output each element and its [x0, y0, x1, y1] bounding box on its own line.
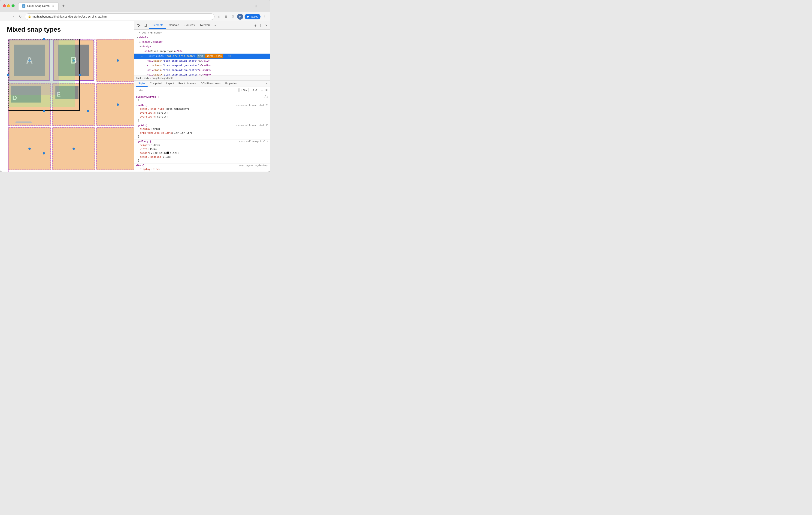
snap-item-d: D [8, 83, 51, 126]
gallery-selector: .gallery { [136, 140, 151, 143]
div-ua-close: } [136, 171, 268, 172]
snap-item-h [52, 127, 95, 170]
tab-console[interactable]: Console [166, 22, 182, 29]
overflow-y-value: scroll; [157, 115, 168, 119]
border-value: 1px solid [153, 151, 167, 155]
dom-line-doctype[interactable]: <!DOCTYPE html> [134, 30, 270, 35]
dom-line-item-c[interactable]: <div class= "item snap-align-center" > C… [134, 68, 270, 73]
dom-line-item-b[interactable]: <div class= "item snap-align-center" > B… [134, 63, 270, 68]
border-color-swatch[interactable] [167, 151, 169, 154]
maximize-window-button[interactable] [11, 4, 14, 7]
extensions-button[interactable]: ⊞ [223, 14, 229, 20]
title-bar: S Scroll Snap Demo × + ⊞ ⋮ [0, 0, 270, 12]
paused-button[interactable]: Paused [244, 14, 261, 20]
snap-item-g [8, 127, 51, 170]
browser-tab[interactable]: S Scroll Snap Demo × [18, 2, 59, 10]
styles-panel-tabs: Styles Computed Layout Event Listeners D… [134, 81, 270, 87]
dom-line-div-gallery[interactable]: ... < div class= "gallery grid both" > g… [134, 54, 270, 59]
extensions-icon[interactable]: ⊞ [253, 3, 259, 9]
display-block-value: block; [153, 167, 162, 171]
more-button[interactable]: ⋮ [262, 14, 267, 20]
dom-line-item-d[interactable]: <div class= "item snap-align-center" > D… [134, 73, 270, 76]
address-bar[interactable]: 🔒 mathiasbynens.github.io/css-dbg-storie… [25, 13, 214, 20]
page-title: Mixed snap types [7, 26, 127, 33]
snap-dot-g [28, 148, 31, 150]
devtools-more-options[interactable]: ⋮ [258, 23, 263, 28]
styles-tab-event-listeners[interactable]: Event Listeners [176, 81, 198, 87]
head-tag: <head> [142, 40, 151, 44]
dom-line-head[interactable]: <head> … </head> [134, 40, 270, 44]
expand-body-icon[interactable] [139, 45, 142, 49]
tab-elements[interactable]: Elements [149, 22, 166, 29]
snap-demo: A B D [7, 38, 134, 172]
breadcrumb-div[interactable]: div.gallery.grid.both [152, 77, 173, 80]
css-prop-border: border : ▶ 1px solid black; [136, 151, 268, 155]
lock-icon: 🔒 [28, 15, 31, 18]
devtools-toolbar: Elements Console Sources Network » ⚙ ⋮ × [134, 21, 270, 30]
styles-tab-layout[interactable]: Layout [164, 81, 176, 87]
new-tab-button[interactable]: + [60, 3, 66, 9]
css-prop-scroll-padding: scroll-padding : ▶ 10px; [136, 155, 268, 159]
snap-item-f [96, 83, 134, 126]
filter-layers-button[interactable]: ⊞ [265, 88, 268, 92]
both-source[interactable]: css-scroll-snap.html:29 [236, 104, 268, 107]
tab-network[interactable]: Network [198, 22, 213, 29]
tab-favicon: S [22, 4, 25, 8]
tab-sources[interactable]: Sources [182, 22, 198, 29]
styles-more-button[interactable]: » [265, 81, 268, 86]
refresh-button[interactable]: ↻ [18, 14, 23, 20]
grid-template-columns-value: 1fr 1fr 1fr; [174, 131, 192, 135]
dom-line-html[interactable]: <html> [134, 35, 270, 40]
gallery-close: } [136, 159, 268, 162]
expand-html-icon[interactable] [136, 35, 139, 39]
element-picker-button[interactable] [136, 23, 142, 28]
expand-div-icon[interactable] [146, 54, 148, 58]
dom-line-h3[interactable]: <h3> Mixed snap types </h3> [134, 49, 270, 54]
snap-dot-b [72, 59, 75, 62]
styles-tab-styles[interactable]: Styles [136, 81, 148, 87]
content-area: Mixed snap types A [0, 21, 270, 172]
styles-tab-properties[interactable]: Properties [223, 81, 239, 87]
devtools-settings-button[interactable]: ⚙ [254, 23, 257, 28]
doctype-text: <!DOCTYPE html> [139, 31, 162, 35]
filter-bar: :hov .cls + ⊞ [134, 87, 270, 93]
dom-line-item-a[interactable]: <div class= "item snap-align-start" > A … [134, 59, 270, 63]
tab-close-button[interactable]: × [52, 4, 55, 8]
filter-input[interactable] [136, 88, 238, 92]
styles-tab-dom-breakpoints[interactable]: DOM Breakpoints [198, 81, 223, 87]
css-prop-display-block: display : block; [136, 167, 268, 171]
styles-tab-computed[interactable]: Computed [148, 81, 164, 87]
gallery-source[interactable]: css-scroll-snap.html:4 [238, 140, 268, 143]
css-rule-grid: .grid { css-scroll-snap.html:15 display … [134, 123, 270, 140]
forward-button[interactable]: → [10, 14, 16, 20]
body-tag: <body> [142, 45, 151, 49]
css-prop-width: width : 150px; [136, 147, 268, 151]
close-window-button[interactable] [3, 4, 6, 7]
devtools-more-tabs[interactable]: » [213, 23, 217, 28]
filter-hov-button[interactable]: :hov [239, 88, 249, 92]
devtools-close-button[interactable]: × [264, 22, 268, 28]
back-button[interactable]: ← [3, 14, 8, 20]
filter-cls-button[interactable]: .cls [250, 88, 259, 92]
scroll-snap-badge: scroll-snap [205, 54, 223, 58]
breadcrumb-html[interactable]: html [136, 77, 141, 80]
profile-avatar[interactable]: M [237, 13, 243, 20]
browser-window: S Scroll Snap Demo × + ⊞ ⋮ ← → ↻ 🔒 mathi… [0, 0, 270, 172]
expand-head-icon[interactable] [139, 40, 142, 44]
settings-icon[interactable]: ⋮ [260, 3, 266, 9]
grid-badge: grid [197, 54, 205, 58]
head-close-tag: </head> [152, 40, 163, 44]
grid-source[interactable]: css-scroll-snap.html:15 [236, 124, 268, 126]
filter-plus-button[interactable]: + [260, 88, 264, 92]
dom-line-body[interactable]: <body> [134, 44, 270, 49]
css-prop-overflow-y: overflow-y : scroll; [136, 115, 268, 119]
minimize-window-button[interactable] [7, 4, 10, 7]
paused-indicator [247, 16, 249, 18]
css-rule-both: .both { css-scroll-snap.html:29 scroll-s… [134, 103, 270, 123]
css-prop-display-grid: display : grid; [136, 127, 268, 131]
bookmark-icon[interactable]: ☆ [216, 14, 222, 20]
profile-icon[interactable]: ⚙ [230, 14, 236, 20]
breadcrumb-body[interactable]: body [143, 77, 149, 80]
css-prop-scroll-snap-type: scroll-snap-type : both mandatory; [136, 107, 268, 111]
device-toggle-button[interactable] [143, 23, 148, 28]
